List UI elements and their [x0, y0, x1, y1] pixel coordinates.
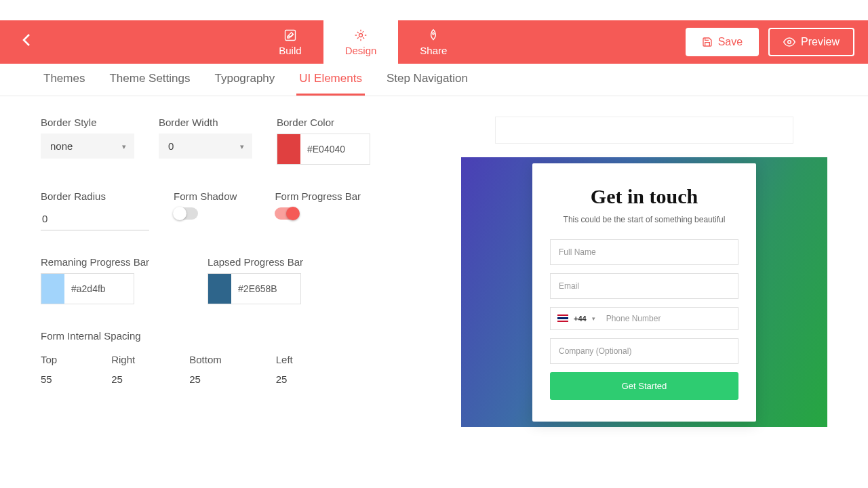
preview-top-strip [495, 117, 793, 144]
border-style-label: Border Style [41, 117, 134, 128]
subnav-ui-elements[interactable]: UI Elements [296, 64, 365, 96]
form-shadow-toggle[interactable] [174, 207, 198, 220]
uk-flag-icon [557, 314, 568, 322]
remaining-value: #a2d4fb [64, 274, 134, 304]
subnav-typography[interactable]: Typography [212, 64, 277, 96]
preview-pane: Get in touch This could be the start of … [461, 117, 827, 427]
lapsed-swatch [208, 274, 231, 304]
subnav-theme-settings[interactable]: Theme Settings [106, 64, 193, 96]
lapsed-progress-input[interactable]: #2E658B [208, 273, 301, 304]
form-progress-label: Form Progress Bar [275, 190, 361, 202]
lapsed-value: #2E658B [231, 274, 300, 304]
preview-phone-placeholder: Phone Number [606, 314, 661, 323]
edit-icon [283, 28, 297, 42]
border-radius-label: Border Radius [41, 190, 149, 202]
spacing-section-label: Form Internal Spacing [41, 330, 448, 342]
preview-label: Preview [801, 36, 840, 48]
border-width-select[interactable]: 0 [159, 134, 252, 159]
preview-button[interactable]: Preview [768, 28, 854, 56]
remaining-progress-label: Remaning Progress Bar [41, 256, 149, 268]
save-label: Save [718, 36, 743, 48]
form-shadow-label: Form Shadow [174, 190, 237, 202]
settings-panel: Border Style none Border Width 0 Border … [41, 117, 448, 427]
remaining-progress-input[interactable]: #a2d4fb [41, 273, 134, 304]
back-button[interactable] [14, 26, 41, 58]
border-color-label: Border Color [277, 117, 370, 128]
chevron-down-icon: ▾ [592, 315, 595, 322]
preview-title: Get in touch [550, 185, 738, 208]
spacing-left-label: Left [276, 354, 293, 365]
subnav-step-navigation[interactable]: Step Navigation [384, 64, 471, 96]
border-color-input[interactable]: #E04040 [277, 134, 370, 165]
preview-form: Get in touch This could be the start of … [532, 163, 756, 422]
tab-design-label: Design [345, 45, 377, 56]
svg-point-3 [788, 41, 791, 44]
preview-subtitle: This could be the start of something bea… [550, 214, 738, 226]
border-color-swatch [277, 134, 300, 164]
tab-share-label: Share [420, 45, 447, 56]
preview-phone-field[interactable]: +44 ▾ Phone Number [550, 307, 738, 330]
tab-design[interactable]: Design [323, 20, 399, 64]
rocket-icon [427, 28, 440, 42]
spacing-left-value[interactable]: 25 [276, 373, 293, 385]
topbar-tabs: Build Design Share [41, 20, 686, 64]
spacing-top-label: Top [41, 354, 57, 365]
preview-country-code: +44 [574, 314, 587, 323]
spacing-right-value[interactable]: 25 [111, 373, 135, 385]
save-button[interactable]: Save [686, 28, 759, 56]
spacing-bottom-value[interactable]: 25 [189, 373, 222, 385]
preview-submit-button[interactable]: Get Started [550, 372, 738, 400]
lapsed-progress-label: Lapsed Progress Bar [208, 256, 303, 268]
preview-background: Get in touch This could be the start of … [461, 157, 827, 427]
border-width-label: Border Width [159, 117, 252, 128]
border-style-select[interactable]: none [41, 134, 134, 159]
spacing-bottom-label: Bottom [189, 354, 222, 365]
subnav-themes[interactable]: Themes [41, 64, 87, 96]
topbar-actions: Save Preview [686, 28, 854, 56]
border-color-value: #E04040 [300, 134, 370, 164]
svg-point-2 [433, 33, 435, 35]
border-style-value: none [41, 134, 134, 159]
border-radius-input[interactable] [41, 207, 149, 230]
preview-email-field[interactable]: Email [550, 273, 738, 299]
gear-icon [354, 28, 368, 42]
svg-point-1 [359, 33, 362, 37]
preview-company-field[interactable]: Company (Optional) [550, 338, 738, 364]
form-progress-toggle[interactable] [275, 207, 299, 220]
topbar: Build Design Share Save Preview [0, 20, 868, 64]
subnav: Themes Theme Settings Typography UI Elem… [0, 64, 868, 96]
remaining-swatch [41, 274, 64, 304]
spacing-top-value[interactable]: 55 [41, 373, 57, 385]
border-width-value: 0 [159, 134, 252, 159]
eye-icon [783, 36, 795, 48]
svg-rect-0 [285, 30, 295, 40]
tab-build[interactable]: Build [257, 20, 323, 64]
tab-build-label: Build [279, 45, 301, 56]
spacing-right-label: Right [111, 354, 135, 365]
preview-fullname-field[interactable]: Full Name [550, 239, 738, 265]
save-icon [702, 37, 713, 47]
tab-share[interactable]: Share [398, 20, 469, 64]
